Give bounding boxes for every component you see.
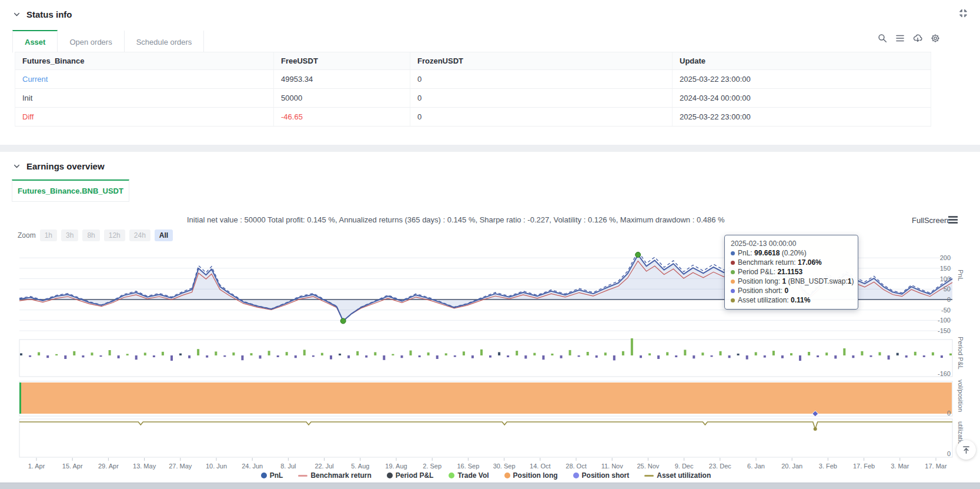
axis-min-label: 0 bbox=[928, 450, 951, 457]
legend-label: Position long bbox=[513, 471, 558, 480]
tooltip-row: Position short: 0 bbox=[731, 287, 852, 295]
x-axis-date: 23. Dec bbox=[709, 463, 731, 470]
tooltip-row: Asset utilization: 0.11% bbox=[731, 296, 852, 305]
table-cell: 0 bbox=[410, 70, 673, 88]
zoom-button-1h[interactable]: 1h bbox=[40, 229, 57, 241]
panel-label-period-p-l: Period P&L bbox=[957, 337, 964, 370]
zoom-controls: Zoom1h3h8h12h24hAll bbox=[18, 229, 173, 241]
tooltip-series-dot bbox=[731, 251, 735, 255]
pnl-tick-label: 50 bbox=[928, 285, 951, 292]
legend-item-trade-vol[interactable]: Trade Vol bbox=[449, 471, 489, 480]
table-header-update: Update bbox=[673, 52, 931, 69]
table-header-freeusdt: FreeUSDT bbox=[274, 52, 410, 69]
legend-label: Benchmark return bbox=[310, 471, 371, 480]
x-axis-date: 13. May bbox=[133, 463, 156, 470]
status-tabs: AssetOpen ordersSchedule orders bbox=[12, 30, 204, 53]
status-info-title: Status info bbox=[26, 9, 72, 19]
table-cell[interactable]: Current bbox=[15, 70, 274, 88]
legend-item-pnl[interactable]: PnL bbox=[261, 471, 283, 480]
pnl-tick-label: 150 bbox=[928, 265, 951, 272]
legend-label: PnL bbox=[270, 471, 283, 480]
legend-dot bbox=[261, 473, 267, 478]
x-axis-date: 10. Jun bbox=[206, 463, 227, 470]
expand-icon[interactable] bbox=[959, 9, 968, 20]
chart-menu-icon[interactable] bbox=[948, 215, 958, 227]
legend-item-benchmark-return[interactable]: Benchmark return bbox=[298, 471, 371, 480]
tab-futures-binance-bnb-usdt[interactable]: Futures_Binance.BNB_USDT bbox=[12, 179, 129, 202]
legend-dot bbox=[573, 473, 579, 478]
legend-dot bbox=[504, 473, 510, 478]
zoom-button-3h[interactable]: 3h bbox=[61, 229, 78, 241]
pnl-tick-label: 100 bbox=[928, 275, 951, 282]
collapse-chevron-icon[interactable] bbox=[13, 11, 21, 18]
collapse-chevron-icon[interactable] bbox=[13, 162, 21, 170]
tooltip-series-dot bbox=[731, 289, 735, 293]
x-axis-date: 11. Nov bbox=[601, 463, 623, 470]
legend-item-period-p&l[interactable]: Period P&L bbox=[387, 471, 434, 480]
x-axis-date: 25. Nov bbox=[637, 463, 659, 470]
x-axis-date: 8. Jul bbox=[280, 463, 296, 470]
zoom-button-all[interactable]: All bbox=[155, 229, 173, 241]
x-axis-date: 15. Apr bbox=[62, 463, 83, 470]
tab-open-orders[interactable]: Open orders bbox=[58, 30, 124, 53]
legend-label: Position short bbox=[582, 471, 630, 480]
x-axis-date: 19. Aug bbox=[385, 463, 407, 470]
x-axis-date: 6. Jan bbox=[747, 463, 765, 470]
pnl-tick-label: -150 bbox=[928, 327, 951, 334]
x-axis-date: 24. Jun bbox=[242, 463, 263, 470]
table-cell: Diff bbox=[15, 108, 274, 126]
status-info-card: Status info AssetOpen ordersSchedule ord… bbox=[0, 0, 980, 145]
x-axis-date: 22. Jul bbox=[315, 463, 333, 470]
tooltip-row: Position long: 1 (BNB_USDT.swap:1) bbox=[731, 277, 852, 286]
zoom-button-24h[interactable]: 24h bbox=[129, 229, 150, 241]
tooltip-series-dot bbox=[731, 261, 735, 265]
x-axis-date: 5. Aug bbox=[351, 463, 369, 470]
search-icon[interactable] bbox=[877, 33, 887, 43]
table-row-current: Current49953.3402025-03-22 23:00:00 bbox=[15, 70, 931, 89]
table-cell: 50000 bbox=[274, 89, 410, 107]
panel-label-vol-position: vol/position bbox=[957, 380, 964, 412]
zoom-button-12h[interactable]: 12h bbox=[104, 229, 125, 241]
x-axis-date: 17. Feb bbox=[853, 463, 875, 470]
bottom-scroll-band[interactable] bbox=[0, 483, 980, 489]
x-axis-date: 14. Oct bbox=[530, 463, 550, 470]
legend-dash bbox=[298, 475, 307, 477]
x-axis-date: 3. Feb bbox=[819, 463, 837, 470]
legend-item-asset-utilization[interactable]: Asset utilization bbox=[644, 471, 711, 480]
axis-min-label: 0 bbox=[928, 410, 951, 417]
zoom-button-8h[interactable]: 8h bbox=[82, 229, 99, 241]
dashboard-page: Status info AssetOpen ordersSchedule ord… bbox=[0, 0, 980, 489]
tab-asset[interactable]: Asset bbox=[12, 30, 58, 53]
table-header-frozenusdt: FrozenUSDT bbox=[410, 52, 673, 69]
table-cell: 0 bbox=[410, 89, 673, 107]
settings-gear-icon[interactable] bbox=[930, 33, 940, 43]
axis-min-label: -160 bbox=[928, 370, 951, 377]
table-toolbar bbox=[877, 33, 940, 43]
pnl-tick-label: -100 bbox=[928, 317, 951, 324]
x-axis-date: 9. Dec bbox=[675, 463, 694, 470]
tooltip-series-dot bbox=[731, 280, 735, 284]
x-axis-date: 27. May bbox=[169, 463, 192, 470]
legend-label: Trade Vol bbox=[457, 471, 489, 480]
tooltip-row: Period P&L: 21.1153 bbox=[731, 268, 852, 277]
legend-label: Period P&L bbox=[396, 471, 434, 480]
x-axis-date: 29. Apr bbox=[98, 463, 119, 470]
chart-legend: PnLBenchmark returnPeriod P&LTrade VolPo… bbox=[19, 471, 952, 480]
x-axis-date: 3. Mar bbox=[891, 463, 909, 470]
table-cell: Init bbox=[15, 89, 274, 107]
menu-icon[interactable] bbox=[895, 33, 905, 43]
legend-item-position-short[interactable]: Position short bbox=[573, 471, 630, 480]
legend-dot bbox=[387, 473, 393, 478]
tab-schedule-orders[interactable]: Schedule orders bbox=[125, 30, 205, 53]
tooltip-row: Benchmark return: 17.06% bbox=[731, 258, 852, 267]
pnl-tick-label: 0 bbox=[928, 296, 951, 303]
back-to-top-button[interactable] bbox=[956, 440, 976, 460]
tooltip-date: 2025-02-13 00:00:00 bbox=[731, 239, 852, 248]
cloud-download-icon[interactable] bbox=[912, 33, 922, 43]
pnl-tick-label: 200 bbox=[928, 254, 951, 261]
legend-item-position-long[interactable]: Position long bbox=[504, 471, 558, 480]
x-axis-date: 2. Sep bbox=[423, 463, 441, 470]
x-axis-date: 1. Apr bbox=[28, 463, 45, 470]
fullscreen-button[interactable]: FullScreen bbox=[912, 216, 948, 225]
zoom-label: Zoom bbox=[18, 231, 36, 239]
